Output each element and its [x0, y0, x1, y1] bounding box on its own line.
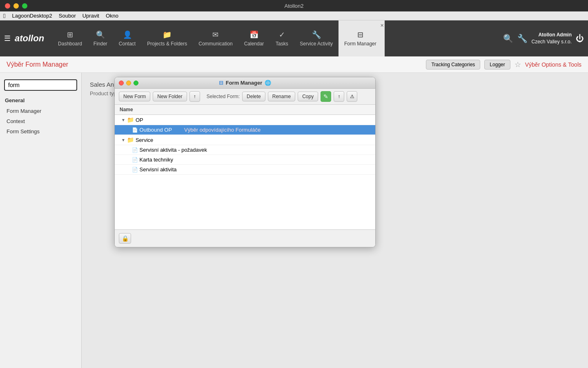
menu-okno[interactable]: Okno [106, 13, 118, 19]
system-bar-title: Výběr Form Manager [7, 61, 68, 68]
modal-tree-header: Name [115, 105, 375, 115]
main-content: General Form Manager Context Form Settin… [0, 73, 588, 368]
form-manager-modal: ⊟ Form Manager 🌐 New Form New Folder ↑ S… [114, 77, 376, 247]
nav-item-tasks[interactable]: ✓ Tasks [270, 20, 294, 56]
logout-icon[interactable]: ⏻ [576, 34, 584, 43]
modal-form-icon: ⊟ [219, 80, 223, 86]
modal-close-btn[interactable] [119, 81, 124, 85]
sidebar: General Form Manager Context Form Settin… [0, 73, 82, 368]
modal-tree[interactable]: ▼ 📁 OP 📄 Outbound OP Výběr odpovídajícíh… [115, 115, 375, 229]
modal-globe-icon: 🌐 [265, 80, 271, 86]
apple-menu[interactable]:  [3, 12, 5, 19]
app-logo: atollon [15, 33, 44, 44]
menu-soubor[interactable]: Soubor [59, 13, 76, 19]
modal-title-text: Form Manager [226, 80, 263, 86]
tree-row-servisni-poz[interactable]: 📄 Servisní aktivita - požadavek [115, 145, 375, 155]
user-company: Czech Valley s.r.o. [532, 38, 572, 45]
nav-item-wrapper-formmanager: ⊟ Form Manager ✕ [339, 20, 385, 56]
copy-button[interactable]: Copy [298, 92, 318, 101]
nav-label-communication: Communication [198, 41, 232, 47]
upload-btn[interactable]: ↑ [189, 91, 200, 102]
modal-title-bar: ⊟ Form Manager 🌐 [115, 77, 375, 89]
modal-maximize-btn[interactable] [134, 81, 138, 85]
expand-arrow-service: ▼ [121, 138, 125, 142]
close-btn[interactable] [5, 3, 10, 9]
nav-label-formmanager: Form Manager [344, 41, 376, 47]
nav-item-projects[interactable]: 📁 Projects & Folders [141, 20, 193, 56]
sidebar-section-general: General [0, 95, 81, 106]
sidebar-item-formmanager[interactable]: Form Manager [0, 106, 81, 116]
nav-item-contact[interactable]: 👤 Contact [113, 20, 141, 56]
delete-button[interactable]: Delete [242, 92, 265, 101]
nav-item-formmanager[interactable]: ⊟ Form Manager [339, 20, 385, 56]
menu-app[interactable]: LagoonDesktop2 [12, 13, 52, 19]
nav-label-calendar: Calendar [244, 41, 264, 47]
nav-label-dashboard: Dashboard [58, 41, 82, 47]
nav-items: ⊞ Dashboard 🔍 Finder 👤 Contact 📁 Project… [52, 20, 503, 56]
mac-menubar:  LagoonDesktop2 Soubor Upravit Okno [0, 11, 588, 20]
nav-item-calendar[interactable]: 📅 Calendar [238, 20, 270, 56]
formmanager-icon: ⊟ [357, 30, 363, 39]
tree-row-service[interactable]: ▼ 📁 Service [115, 135, 375, 145]
tree-row-karta[interactable]: 📄 Karta techniky [115, 155, 375, 165]
nav-search-icon[interactable]: 🔍 [503, 34, 513, 43]
communication-icon: ✉ [212, 30, 218, 39]
user-name: Atollon Admin [532, 31, 572, 38]
tasks-icon: ✓ [279, 30, 285, 39]
nav-item-finder[interactable]: 🔍 Finder [88, 20, 113, 56]
spacer-servisni [128, 167, 130, 172]
spacer-outbound [128, 128, 130, 132]
arrow-up-btn[interactable]: ↑ [334, 91, 344, 102]
tree-row-op[interactable]: ▼ 📁 OP [115, 115, 375, 125]
nav-item-service[interactable]: 🔧 Service Activity [294, 20, 339, 56]
nav-tool-icon[interactable]: 🔧 [517, 34, 528, 43]
modal-toolbar: New Form New Folder ↑ Selected Form: Del… [115, 89, 375, 105]
green-action-btn[interactable]: ✎ [321, 91, 331, 102]
nav-item-communication[interactable]: ✉ Communication [193, 20, 238, 56]
nav-label-finder: Finder [94, 41, 107, 47]
modal-minimize-btn[interactable] [126, 81, 131, 85]
modal-window-controls [119, 81, 138, 85]
modal-title: ⊟ Form Manager 🌐 [219, 80, 272, 86]
tree-label-karta: Karta techniky [140, 157, 173, 163]
logger-button[interactable]: Logger [484, 60, 510, 70]
finder-icon: 🔍 [96, 30, 105, 39]
calendar-icon: 📅 [249, 30, 258, 39]
title-bar: Atollon2 [0, 0, 588, 11]
service-icon: 🔧 [312, 30, 321, 39]
sidebar-item-context[interactable]: Context [0, 116, 81, 126]
menu-upravit[interactable]: Upravit [82, 13, 99, 19]
new-form-button[interactable]: New Form [119, 92, 150, 101]
nav-label-contact: Contact [119, 41, 136, 47]
dashboard-icon: ⊞ [67, 30, 73, 39]
rename-button[interactable]: Rename [268, 92, 295, 101]
star-icon[interactable]: ☆ [514, 60, 521, 69]
sidebar-item-formsettings[interactable]: Form Settings [0, 126, 81, 137]
hamburger-icon[interactable]: ☰ [4, 34, 11, 43]
tree-label-servisni: Servisní aktivita [140, 166, 177, 173]
file-icon-servisni: 📄 [132, 167, 138, 173]
spacer-servisni-poz [128, 148, 130, 152]
tree-label-op: OP [136, 117, 143, 123]
nav-item-dashboard[interactable]: ⊞ Dashboard [52, 20, 88, 56]
system-bar: Výběr Form Manager Tracking Categories L… [0, 56, 588, 73]
lock-button[interactable]: 🔒 [119, 233, 131, 244]
file-icon-karta: 📄 [132, 157, 138, 163]
warning-btn[interactable]: ⚠ [347, 91, 357, 102]
minimize-btn[interactable] [13, 3, 19, 9]
options-tools-link[interactable]: Výběr Options & Tools [525, 61, 581, 68]
app-navbar: ☰ atollon ⊞ Dashboard 🔍 Finder 👤 Contact… [0, 20, 588, 56]
selected-note-outbound: Výběr odpovídajícího Formuláče [184, 127, 261, 133]
new-folder-button[interactable]: New Folder [153, 92, 187, 101]
selected-form-label: Selected Form: [207, 94, 240, 99]
spacer-karta [128, 157, 130, 162]
contact-icon: 👤 [123, 30, 132, 39]
tree-row-servisni[interactable]: 📄 Servisní aktivita [115, 165, 375, 175]
sidebar-search-input[interactable] [4, 79, 77, 91]
tracking-categories-button[interactable]: Tracking Categories [426, 60, 480, 70]
maximize-btn[interactable] [22, 3, 27, 9]
file-icon-outbound: 📄 [132, 127, 138, 133]
close-tab-icon[interactable]: ✕ [380, 23, 384, 28]
nav-label-tasks: Tasks [276, 41, 288, 47]
tree-row-outbound-op[interactable]: 📄 Outbound OP Výběr odpovídajícího Formu… [115, 125, 375, 135]
